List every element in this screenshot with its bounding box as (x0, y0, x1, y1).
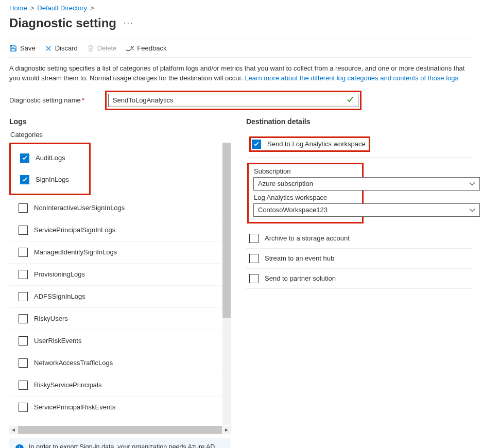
checkbox[interactable] (19, 314, 28, 323)
log-label: ProvisioningLogs (34, 270, 85, 278)
logs-heading: Logs (9, 117, 231, 126)
checkbox[interactable] (19, 248, 28, 257)
dest-label: Stream to an event hub (265, 254, 334, 262)
log-label: ServicePrincipalSignInLogs (34, 226, 115, 234)
log-label: NonInteractiveUserSignInLogs (34, 204, 125, 212)
feedback-button[interactable]: Feedback (126, 44, 166, 52)
log-row-auditlogs[interactable]: AuditLogs (11, 147, 89, 169)
dest-label: Send to partner solution (265, 274, 336, 282)
page-title: Diagnostic setting (9, 16, 116, 30)
log-row[interactable]: ProvisioningLogs (9, 263, 221, 285)
workspace-dropdown[interactable]: ContosoWorkspace123 (253, 203, 480, 217)
checkbox[interactable] (19, 336, 28, 346)
checkbox-partner[interactable] (249, 274, 259, 283)
checkbox[interactable] (19, 403, 28, 412)
breadcrumb: Home > Default Directory > (9, 3, 473, 14)
subscription-dropdown[interactable]: Azure subscription (253, 177, 480, 191)
log-row[interactable]: ServicePrincipalRiskEvents (9, 396, 221, 418)
horizontal-scrollbar[interactable]: ◄ ► (9, 426, 231, 434)
checkbox[interactable] (19, 358, 28, 368)
dest-row-stream[interactable]: Stream to an event hub (246, 249, 473, 269)
log-label: ADFSSignInLogs (34, 292, 85, 300)
delete-button: Delete (87, 44, 117, 52)
dest-row-archive[interactable]: Archive to a storage account (246, 229, 473, 249)
scroll-right-icon[interactable]: ► (222, 427, 231, 433)
log-categories-list: AuditLogs SignInLogs NonInteractiveUserS… (9, 143, 231, 425)
checkbox-auditlogs[interactable] (20, 153, 29, 163)
scroll-left-icon[interactable]: ◄ (9, 427, 18, 433)
close-icon (45, 45, 52, 52)
feedback-icon (126, 45, 134, 52)
log-row[interactable]: ADFSSignInLogs (9, 285, 221, 307)
setting-name-highlight (105, 91, 361, 110)
log-highlight: AuditLogs SignInLogs (9, 143, 91, 195)
log-row[interactable]: RiskyUsers (9, 307, 221, 330)
setting-name-input[interactable] (108, 94, 358, 107)
learn-more-link[interactable]: Learn more about the different log categ… (245, 74, 458, 82)
destination-heading: Destination details (246, 117, 473, 126)
dest-row-partner[interactable]: Send to partner solution (246, 269, 473, 289)
checkbox-send-log-analytics[interactable] (252, 140, 261, 149)
checkbox-signinlogs[interactable] (20, 175, 29, 184)
log-label: ManagedIdentitySignInLogs (34, 248, 117, 256)
vertical-scrollbar[interactable] (222, 143, 231, 425)
setting-name-label: Diagnostic setting name* (9, 96, 84, 104)
trash-icon (87, 44, 94, 52)
info-banner: i In order to export Sign-in data, your … (9, 438, 231, 448)
chevron-right-icon: > (30, 4, 35, 12)
log-row-signinlogs[interactable]: SignInLogs (11, 169, 89, 191)
info-icon: i (15, 444, 24, 448)
workspace-label: Log Analytics workspace (254, 194, 357, 201)
log-label: AuditLogs (36, 154, 65, 162)
breadcrumb-directory[interactable]: Default Directory (37, 4, 87, 12)
log-row[interactable]: RiskyServicePrincipals (9, 374, 221, 396)
dest-sub-highlight: Subscription Azure subscription Log Anal… (247, 163, 364, 223)
log-label: SignInLogs (36, 176, 69, 183)
log-label: ServicePrincipalRiskEvents (34, 403, 115, 411)
log-label: RiskyUsers (34, 315, 68, 322)
chevron-right-icon: > (90, 4, 94, 12)
save-button[interactable]: Save (9, 44, 36, 52)
log-row[interactable]: ManagedIdentitySignInLogs (9, 241, 221, 263)
checkbox[interactable] (19, 226, 28, 235)
chevron-down-icon (469, 206, 475, 214)
dest-label: Archive to a storage account (265, 234, 350, 242)
more-menu-icon[interactable]: ··· (124, 19, 133, 28)
categories-heading: Categories (10, 131, 231, 139)
checkbox[interactable] (19, 292, 28, 301)
log-label: UserRiskEvents (34, 337, 81, 344)
checkbox-stream[interactable] (249, 254, 259, 263)
save-icon (9, 44, 17, 52)
dest-la-highlight: Send to Log Analytics workspace (249, 136, 370, 152)
log-label: NetworkAccessTrafficLogs (34, 359, 113, 367)
subscription-label: Subscription (254, 167, 357, 175)
checkbox[interactable] (19, 270, 28, 279)
checkbox[interactable] (19, 203, 28, 213)
log-row[interactable]: UserRiskEvents (9, 330, 221, 352)
description-text: A diagnostic setting specifies a list of… (9, 64, 473, 83)
log-label: RiskyServicePrincipals (34, 381, 101, 389)
chevron-down-icon (469, 180, 475, 187)
breadcrumb-home[interactable]: Home (9, 4, 27, 12)
discard-button[interactable]: Discard (45, 44, 78, 52)
log-row[interactable]: ServicePrincipalSignInLogs (9, 219, 221, 241)
dest-label: Send to Log Analytics workspace (267, 140, 366, 148)
required-asterisk: * (82, 96, 84, 104)
checkbox[interactable] (19, 381, 28, 390)
log-row[interactable]: NetworkAccessTrafficLogs (9, 352, 221, 374)
toolbar: Save Discard Delete Feedback (9, 39, 473, 58)
log-row[interactable]: NonInteractiveUserSignInLogs (9, 197, 221, 219)
checkbox-archive[interactable] (249, 234, 259, 243)
